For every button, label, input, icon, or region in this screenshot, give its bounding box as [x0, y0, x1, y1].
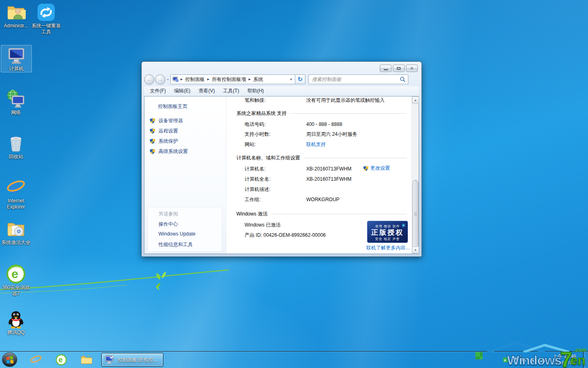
internet-explorer-icon: e — [30, 354, 42, 366]
sidebar-item-device-manager[interactable]: 设备管理器 — [149, 117, 183, 124]
action-center-flag-icon[interactable] — [512, 357, 517, 363]
change-settings-link[interactable]: 更改设置 — [370, 165, 390, 172]
desktop-icon-reinstall-tool[interactable]: 系统一键重装工具 — [31, 2, 61, 35]
learn-more-online-link[interactable]: 联机了解更多内容... — [366, 245, 410, 251]
task-button-label: 控制面板\所有控... — [118, 357, 157, 364]
menu-edit[interactable]: 编辑(E) — [170, 86, 194, 96]
sidebar-item-label: 远程设置 — [158, 128, 178, 135]
start-button[interactable] — [2, 352, 17, 367]
desktop-icon-label: Internet Explorer — [1, 198, 31, 210]
breadcrumb-control-panel[interactable]: 控制面板 — [184, 76, 205, 83]
maximize-button[interactable] — [393, 65, 405, 72]
scroll-up-button[interactable]: ▲ — [412, 96, 419, 103]
desktop-icon-administrator[interactable]: Administr... — [1, 2, 31, 29]
desktop-icon-recycle-bin[interactable]: 回收站 — [1, 133, 31, 160]
close-button[interactable]: ✕ — [406, 65, 418, 72]
pen-touch-row: 笔和触摸:没有可用于此显示器的笔或触控输入 — [245, 97, 385, 104]
scrollbar-thumb[interactable] — [412, 180, 419, 248]
desktop-icon-label: 腾讯QQ — [7, 330, 25, 336]
field-value: XB-20160713FWHM — [306, 176, 352, 182]
field-value: WORKGROUP — [306, 197, 339, 202]
back-button[interactable]: ← — [144, 74, 154, 85]
change-settings-action[interactable]: 更改设置 — [363, 165, 390, 172]
sidebar-item-performance-tools[interactable]: 性能信息和工具 — [158, 241, 193, 248]
desktop-icon-label: 计算机 — [9, 66, 24, 72]
taskbar-clock[interactable]: 上午 10:46 2016/7/13 — [547, 353, 582, 366]
computer-icon — [7, 45, 26, 65]
desktop-icon-network[interactable]: 网络 — [1, 89, 31, 116]
address-bar[interactable]: ▶ 控制面板 ▶ 所有控制面板项 ▶ 系统 ▾ — [170, 74, 295, 84]
computer-name-section-header: 计算机名称、域和工作组设置 — [236, 155, 407, 162]
svg-text:e: e — [59, 356, 63, 364]
network-icon[interactable] — [540, 357, 546, 362]
sidebar-item-action-center[interactable]: 操作中心 — [158, 221, 178, 228]
uac-shield-icon — [363, 166, 369, 171]
scroll-down-button[interactable]: ▼ — [412, 247, 419, 254]
360-tray-icon[interactable]: e — [503, 357, 508, 363]
desktop-icon-label: Administr... — [4, 23, 28, 29]
search-input[interactable] — [311, 76, 400, 83]
see-also-header: 另请参阅 — [158, 211, 178, 218]
field-label: 计算机名: — [245, 166, 306, 173]
website-row: 网站:联机支持 — [245, 141, 326, 148]
desktop-icon-qq[interactable]: 腾讯QQ — [1, 309, 31, 336]
search-box — [308, 74, 408, 84]
internet-explorer-icon: e — [6, 177, 26, 197]
window-client-area: 控制面板主页 设备管理器 远程设置 — [144, 96, 419, 254]
address-dropdown-icon[interactable]: ▾ — [289, 77, 293, 81]
history-dropdown-icon[interactable]: ▾ — [167, 78, 169, 81]
sidebar-item-advanced-system-settings[interactable]: 高级系统设置 — [149, 148, 188, 155]
svg-text:e: e — [11, 267, 18, 280]
desktop-icon-label: 网络 — [11, 110, 21, 116]
sidebar-item-system-protection[interactable]: 系统保护 — [149, 138, 178, 145]
window-titlebar[interactable]: ✕ — [142, 62, 421, 72]
field-label: 计算机描述: — [245, 186, 306, 193]
control-panel-icon — [172, 76, 179, 83]
svg-text:e: e — [9, 177, 18, 197]
search-icon[interactable] — [400, 76, 405, 82]
computer-name-row: 计算机名:XB-20160713FWHM — [245, 166, 352, 173]
system-control-panel-window: ✕ ← → ▾ ▶ 控制面板 ▶ 所有控制 — [141, 61, 422, 257]
breadcrumb-all-items[interactable]: 所有控制面板项 — [211, 76, 247, 83]
phone-row: 电话号码:400 - 888 - 8888 — [245, 121, 342, 128]
desktop-icon-activation-pack[interactable]: 系统激活大全 — [1, 219, 31, 246]
vertical-scrollbar[interactable]: ▲ ▼ — [412, 96, 419, 254]
online-support-link[interactable]: 联机支持 — [306, 141, 326, 147]
menu-help[interactable]: 帮助(H) — [243, 86, 268, 96]
close-icon: ✕ — [410, 66, 414, 71]
breadcrumb-arrow-icon: ▶ — [205, 78, 211, 81]
sidebar-item-remote-settings[interactable]: 远程设置 — [149, 128, 178, 135]
desktop-icon-computer[interactable]: 计算机 — [1, 45, 32, 72]
uac-shield-icon — [149, 118, 156, 124]
recycle-bin-icon — [6, 133, 26, 153]
menu-file[interactable]: 文件(F) — [146, 86, 170, 96]
computer-description-row: 计算机描述: — [245, 186, 306, 193]
sidebar-item-control-panel-home[interactable]: 控制面板主页 — [158, 103, 187, 110]
desktop-icon-360-browser[interactable]: e 360安全浏览器7 — [1, 264, 31, 297]
back-icon: ← — [147, 76, 152, 83]
forward-button[interactable]: → — [155, 74, 165, 85]
section-rule — [304, 158, 407, 158]
refresh-button[interactable]: ↻ — [295, 74, 305, 84]
taskbar-active-task-control-panel[interactable]: 控制面板\所有控... — [101, 353, 163, 367]
menu-view[interactable]: 查看(V) — [194, 86, 219, 96]
security-shield-check-icon[interactable] — [521, 357, 527, 363]
field-label: 电话号码: — [245, 121, 306, 128]
genuine-microsoft-badge: 使用 微软 软件 正版授权 安全 稳定 声誉 ✶ — [367, 221, 408, 243]
show-desktop-button[interactable] — [583, 352, 588, 368]
taskbar-360-browser-button[interactable]: e — [51, 352, 72, 367]
desktop-icon-internet-explorer[interactable]: e Internet Explorer — [1, 177, 31, 210]
breadcrumb-system[interactable]: 系统 — [252, 76, 264, 83]
system-reinstall-tool-icon — [36, 2, 56, 22]
menu-tools[interactable]: 工具(T) — [219, 86, 243, 96]
360-browser-icon: e — [6, 264, 26, 284]
taskbar-explorer-button[interactable] — [76, 352, 97, 367]
scroll-up-icon: ▲ — [414, 99, 417, 101]
notification-area: e — [503, 352, 546, 368]
minimize-button[interactable] — [380, 65, 392, 72]
product-id: 产品 ID: 00426-OEM-8992662-00006 — [245, 232, 326, 239]
sidebar-item-windows-update[interactable]: Windows Update — [158, 231, 196, 237]
taskbar-internet-explorer-button[interactable]: e — [25, 352, 47, 367]
badge-star-icon: ✶ — [401, 222, 406, 229]
volume-icon[interactable] — [530, 357, 536, 363]
